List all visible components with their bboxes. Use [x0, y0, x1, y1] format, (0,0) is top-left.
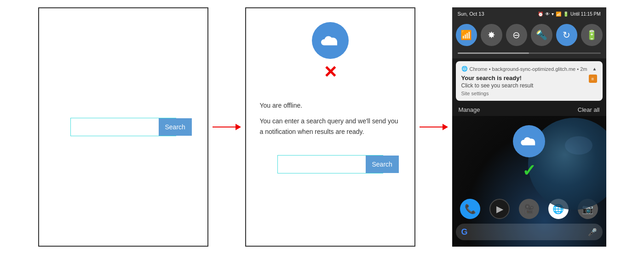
battery-icon: 🔋: [563, 12, 569, 17]
search-input-1[interactable]: [71, 121, 159, 133]
search-bar-1[interactable]: Search: [70, 118, 176, 136]
offline-text: You are offline. You can enter a search …: [260, 100, 401, 137]
dock-phone-icon[interactable]: 📞: [460, 199, 480, 219]
brightness-fill: [458, 52, 529, 54]
arrow-2: [420, 124, 448, 130]
online-check-icon: ✓: [522, 161, 536, 180]
frame2-content: ✕ You are offline. You can enter a searc…: [246, 8, 414, 246]
main-container: Search ✕ You are offline.: [0, 0, 644, 254]
android-panel: Sun, Oct 13 ⏰ 👁 ▾ 📶 🔋 Until 11:15 PM 📶 ✸…: [452, 7, 606, 247]
search-button-2[interactable]: Search: [366, 156, 399, 173]
google-search-bar[interactable]: G 🎤: [456, 224, 603, 240]
manage-clear-row: Manage Clear all: [452, 104, 606, 116]
qs-flashlight-btn[interactable]: 🔦: [531, 24, 552, 46]
qs-battery-icon: 🔋: [586, 29, 598, 40]
qs-bluetooth-btn[interactable]: ✸: [481, 24, 502, 46]
search-bar-2[interactable]: Search: [277, 155, 383, 173]
quick-settings: 📶 ✸ ⊖ 🔦 ↻ 🔋: [452, 19, 606, 51]
arrow-2-container: [415, 124, 452, 130]
arrow-2-line: [420, 127, 443, 127]
arrow-2-head: [443, 124, 448, 130]
notif-app-icon-symbol: ≡: [592, 76, 594, 81]
phone-frame-1: Search: [38, 7, 208, 247]
arrow-1-container: [208, 124, 245, 130]
frame2-cloud-area: ✕: [312, 22, 349, 82]
offline-text-2: You can enter a search query and we'll s…: [260, 116, 401, 137]
status-bar-right: ⏰ 👁 ▾ 📶 🔋 Until 11:15 PM: [538, 12, 601, 17]
clear-all-button[interactable]: Clear all: [578, 106, 600, 113]
notif-source: Chrome • background-sync-optimized.glitc…: [470, 66, 587, 72]
arrow-1-head: [236, 124, 241, 130]
cloud-icon-2: [312, 22, 349, 59]
qs-bluetooth-icon: ✸: [488, 29, 495, 40]
notif-title: Your search is ready!: [461, 75, 534, 81]
notification-card[interactable]: 🌐 Chrome • background-sync-optimized.gli…: [456, 61, 603, 101]
notif-header-left: 🌐 Chrome • background-sync-optimized.gli…: [461, 66, 587, 72]
qs-sync-icon: ↻: [563, 29, 570, 40]
camera-icon: 🎥: [523, 203, 535, 214]
dock-play-icon[interactable]: ▶: [489, 199, 510, 219]
frame1-content: Search: [39, 8, 207, 246]
alarm-icon: ⏰: [538, 12, 543, 17]
qs-flashlight-icon: 🔦: [536, 29, 547, 40]
phone-frame-2: ✕ You are offline. You can enter a searc…: [245, 7, 415, 247]
time-label: Until 11:15 PM: [570, 12, 601, 17]
notif-content-row: Your search is ready! Click to see you s…: [461, 75, 597, 89]
manage-button[interactable]: Manage: [459, 106, 480, 113]
qs-wifi-btn[interactable]: 📶: [456, 24, 477, 46]
qs-sync-btn[interactable]: ↻: [556, 24, 578, 46]
offline-x-icon: ✕: [323, 63, 337, 82]
qs-battery-btn[interactable]: 🔋: [581, 24, 603, 46]
search-button-1[interactable]: Search: [159, 118, 192, 136]
cloud-check-area: ✓: [513, 125, 545, 180]
notif-collapse-icon[interactable]: ▲: [592, 66, 597, 71]
qs-dnd-btn[interactable]: ⊖: [506, 24, 528, 46]
wifi-icon: ▾: [552, 12, 554, 17]
notif-app-icon: ≡: [589, 75, 597, 83]
play-icon: ▶: [496, 203, 503, 214]
brightness-bar[interactable]: [458, 52, 601, 54]
qs-dnd-icon: ⊖: [512, 29, 520, 40]
phone-icon: 📞: [465, 203, 476, 214]
chrome-icon: 🌐: [461, 66, 468, 72]
earth-highlight: [565, 136, 592, 155]
notif-site-settings[interactable]: Site settings: [461, 91, 597, 96]
arrow-1: [213, 124, 241, 130]
brightness-bar-container: [452, 51, 606, 58]
offline-text-1: You are offline.: [260, 100, 401, 110]
google-mic-icon[interactable]: 🎤: [588, 228, 597, 237]
earth-background: ✓ 📞 ▶ 🎥 🌐 📷: [452, 116, 606, 247]
signal-icon: 📶: [556, 12, 561, 17]
status-date: Sun, Oct 13: [458, 11, 484, 17]
status-bar: Sun, Oct 13 ⏰ 👁 ▾ 📶 🔋 Until 11:15 PM: [452, 7, 606, 19]
notif-text-area: Your search is ready! Click to see you s…: [461, 75, 534, 89]
arrow-1-line: [213, 127, 236, 127]
frame2-search-area: Search: [260, 155, 401, 173]
eye-icon: 👁: [545, 12, 550, 17]
qs-wifi-icon: 📶: [460, 29, 472, 40]
notif-header: 🌐 Chrome • background-sync-optimized.gli…: [461, 66, 597, 72]
dock-camera-icon[interactable]: 🎥: [519, 199, 539, 219]
cloud-icon-3: [513, 125, 545, 157]
google-g-logo: G: [461, 227, 468, 237]
notif-body: Click to see you search result: [461, 82, 534, 89]
search-input-2[interactable]: [278, 159, 366, 170]
